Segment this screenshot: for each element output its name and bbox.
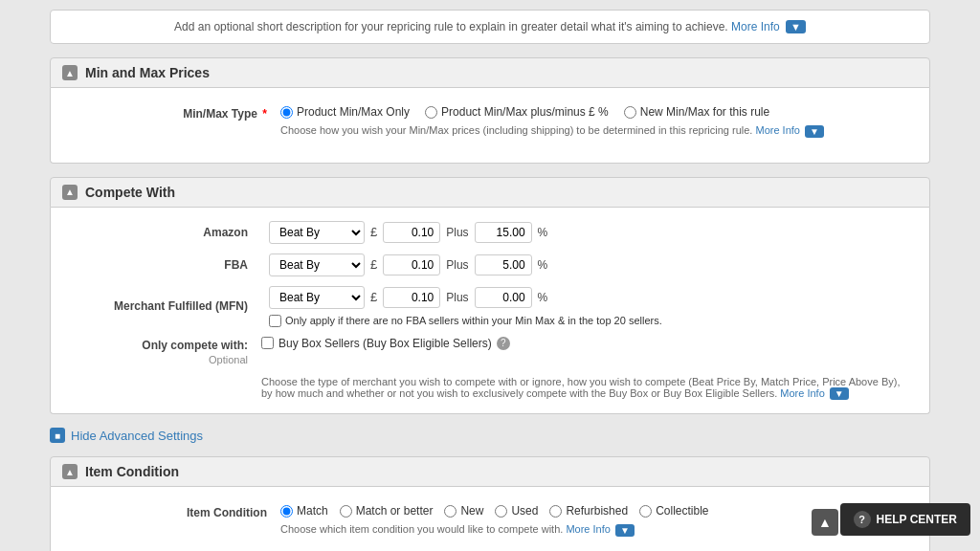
item-condition-title: Item Condition — [85, 464, 179, 479]
help-center-button[interactable]: ? HELP CENTER — [840, 503, 970, 536]
mfn-amount-input[interactable] — [383, 287, 440, 308]
fba-percent-sym: % — [538, 258, 548, 272]
min-max-info-btn[interactable]: ▼ — [805, 125, 824, 138]
fba-controls: Beat By Match Price Above By Ignore £ Pl… — [269, 253, 547, 276]
mfn-percent-sym: % — [538, 291, 548, 304]
desc-text: Add an optional short description for yo… — [174, 20, 728, 33]
buybox-question-icon[interactable]: ? — [497, 337, 510, 350]
desc-more-info-link[interactable]: More Info — [731, 20, 780, 33]
compete-header[interactable]: ▲ Compete With — [50, 177, 930, 208]
min-max-info-text: Choose how you wish your Min/Max prices … — [280, 124, 910, 138]
min-max-collapse-icon[interactable]: ▲ — [62, 65, 78, 80]
min-max-type-row: Min/Max Type * Product Min/Max Only Prod… — [70, 101, 910, 138]
fba-percent-input[interactable] — [475, 254, 532, 276]
hide-advanced-icon: ■ — [50, 428, 65, 443]
amazon-dropdown[interactable]: Beat By Match Price Above By Ignore — [269, 221, 365, 244]
hide-advanced-link[interactable]: ■ Hide Advanced Settings — [50, 428, 930, 443]
compete-info-btn[interactable]: ▼ — [830, 387, 849, 400]
compete-info-text: Choose the type of merchant you wish to … — [261, 376, 910, 401]
buybox-checkbox-row: Buy Box Sellers (Buy Box Eligible Seller… — [261, 337, 510, 350]
amazon-label: Amazon — [70, 226, 261, 239]
fba-row: FBA Beat By Match Price Above By Ignore … — [70, 253, 910, 276]
description-box: Add an optional short description for yo… — [50, 10, 930, 44]
mfn-currency: £ — [370, 290, 377, 304]
item-condition-header[interactable]: ▲ Item Condition — [50, 456, 930, 487]
compete-section: ▲ Compete With Amazon Beat By Match Pric… — [50, 177, 930, 415]
min-max-type-controls: Product Min/Max Only Product Min/Max plu… — [280, 101, 910, 138]
compete-collapse-icon[interactable]: ▲ — [62, 185, 78, 200]
cond-used[interactable]: Used — [495, 504, 538, 518]
cond-new[interactable]: New — [444, 504, 483, 518]
min-max-title: Min and Max Prices — [85, 65, 210, 80]
fba-currency: £ — [370, 257, 377, 272]
amazon-amount-input[interactable] — [383, 222, 440, 243]
min-max-type-label: Min/Max Type * — [70, 101, 280, 121]
cond-match[interactable]: Match — [280, 504, 328, 518]
fba-amount-input[interactable] — [383, 254, 440, 276]
cond-match-better[interactable]: Match or better — [340, 504, 434, 518]
buybox-checkbox[interactable] — [261, 337, 274, 349]
fba-plus: Plus — [446, 258, 468, 272]
radio-product-minmax-only[interactable]: Product Min/Max Only — [280, 105, 410, 119]
mfn-plus: Plus — [446, 291, 468, 304]
min-max-radio-group: Product Min/Max Only Product Min/Max plu… — [280, 101, 910, 119]
required-star: * — [262, 107, 267, 121]
item-condition-row: Item Condition Match Match or better — [70, 500, 910, 537]
item-condition-collapse-icon[interactable]: ▲ — [62, 464, 78, 479]
amazon-percent-sym: % — [538, 226, 548, 239]
compete-more-info-link[interactable]: More Info — [780, 387, 824, 399]
item-condition-section: ▲ Item Condition Item Condition Match — [50, 456, 930, 551]
hide-advanced-label: Hide Advanced Settings — [71, 429, 203, 443]
min-max-section: ▲ Min and Max Prices Min/Max Type * Prod… — [50, 57, 930, 164]
compete-info-block: Choose the type of merchant you wish to … — [70, 376, 910, 401]
amazon-percent-input[interactable] — [475, 222, 532, 243]
mfn-dropdown[interactable]: Beat By Match Price Above By Ignore — [269, 286, 365, 309]
only-compete-label: Only compete with: Optional — [70, 337, 261, 366]
mfn-label: Merchant Fulfilled (MFN) — [70, 299, 261, 313]
mfn-checkbox-label[interactable]: Only apply if there are no FBA sellers w… — [269, 315, 662, 327]
fba-dropdown[interactable]: Beat By Match Price Above By Ignore — [269, 253, 365, 276]
item-condition-label: Item Condition — [70, 500, 280, 519]
buybox-label: Buy Box Sellers (Buy Box Eligible Seller… — [278, 337, 492, 350]
amazon-controls: Beat By Match Price Above By Ignore £ Pl… — [269, 221, 547, 244]
min-max-header[interactable]: ▲ Min and Max Prices — [50, 57, 930, 88]
radio-new-minmax-rule[interactable]: New Min/Max for this rule — [624, 105, 769, 119]
compete-content: Amazon Beat By Match Price Above By Igno… — [50, 208, 930, 415]
compete-title: Compete With — [85, 185, 175, 200]
min-max-content: Min/Max Type * Product Min/Max Only Prod… — [50, 88, 930, 164]
scroll-up-button[interactable]: ▲ — [812, 509, 838, 536]
radio-product-minmax-plusminus[interactable]: Product Min/Max plus/minus £ % — [425, 105, 609, 119]
item-cond-info-btn[interactable]: ▼ — [615, 524, 635, 537]
amazon-plus: Plus — [446, 226, 468, 239]
amazon-currency: £ — [370, 225, 377, 239]
fba-label: FBA — [70, 258, 261, 272]
desc-info-btn[interactable]: ▼ — [786, 20, 806, 33]
mfn-controls: Beat By Match Price Above By Ignore £ Pl… — [269, 286, 910, 327]
page-wrapper: Add an optional short description for yo… — [31, 0, 949, 551]
item-cond-more-info-link[interactable]: More Info — [566, 523, 610, 535]
cond-refurbished[interactable]: Refurbished — [549, 504, 628, 518]
min-max-more-info-link[interactable]: More Info — [755, 124, 799, 136]
amazon-row: Amazon Beat By Match Price Above By Igno… — [70, 221, 910, 244]
item-condition-content: Item Condition Match Match or better — [50, 487, 930, 551]
cond-collectible[interactable]: Collectible — [639, 504, 708, 518]
mfn-only-apply-checkbox[interactable] — [269, 315, 281, 327]
mfn-row: Merchant Fulfilled (MFN) Beat By Match P… — [70, 286, 910, 327]
mfn-note-text: Only apply if there are no FBA sellers w… — [285, 315, 662, 326]
mfn-percent-input[interactable] — [475, 287, 532, 308]
only-compete-controls: Buy Box Sellers (Buy Box Eligible Seller… — [261, 337, 510, 350]
only-compete-row: Only compete with: Optional Buy Box Sell… — [70, 337, 910, 366]
help-center-label: HELP CENTER — [877, 513, 957, 526]
help-center-icon: ? — [854, 511, 871, 528]
